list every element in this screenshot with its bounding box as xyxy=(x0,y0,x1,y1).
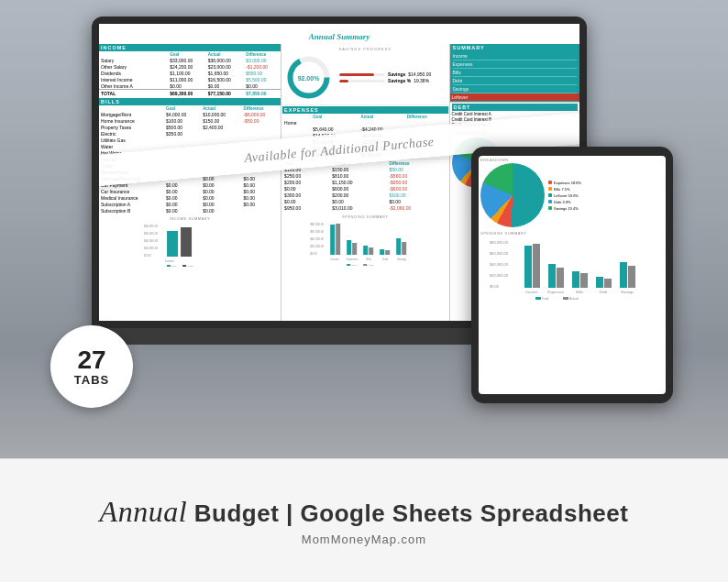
bills-row: Subscription A$0.00$0.00$0.00 xyxy=(99,201,281,207)
income-actual: $16,500.00 xyxy=(206,76,244,82)
income-actual: $36,000.00 xyxy=(206,57,244,63)
svg-text:Goal: Goal xyxy=(542,297,549,301)
income-row: Salary $33,000.00 $36,000.00 $3,000.00 xyxy=(99,57,281,63)
income-table: INCOME Goal Actual Difference xyxy=(99,44,281,96)
svg-rect-57 xyxy=(535,297,541,300)
tablet-dot-savings xyxy=(548,206,552,210)
badge-label: TABS xyxy=(74,373,109,387)
svg-rect-51 xyxy=(628,266,635,288)
svg-text:$80,000.00: $80,000.00 xyxy=(490,240,509,245)
svg-text:$60,000.00: $60,000.00 xyxy=(490,251,509,256)
debt-row: $950.00 $3,010.00 -$2,060.00 xyxy=(282,204,447,211)
svg-text:Bills: Bills xyxy=(367,258,372,261)
income-goal: $0.00 xyxy=(168,82,205,90)
savings-progress-label: SAVINGS PROGRESS xyxy=(283,46,447,52)
income-name: Other Salary xyxy=(99,63,168,70)
tablet-legend-expenses: Expenses 18.8% xyxy=(548,181,581,185)
bills-name: Electric xyxy=(99,130,164,137)
bills-row: Medical Insurance$0.00$0.00$0.00 xyxy=(99,194,281,201)
bills-row: Home Insurance $100.00 $150.00 -$50.00 xyxy=(99,117,281,124)
income-total-row: TOTAL $69,300.00 $77,150.00 $7,850.00 xyxy=(99,90,281,97)
svg-rect-59 xyxy=(563,297,568,300)
summary-income: Income xyxy=(453,52,577,60)
bills-name: Home Insurance xyxy=(99,117,164,124)
tablet-screen: BREAKDOWN Expenses 18.8% Bills 7.5% xyxy=(479,156,666,394)
spending-chart-section: SPENDING SUMMARY $80,000.00 $60,000.00 $… xyxy=(281,214,448,275)
savings-pct-row: Savings % 19.38% xyxy=(339,78,447,83)
income-total-label: TOTAL xyxy=(99,90,168,97)
svg-text:$40,000.00: $40,000.00 xyxy=(144,239,158,243)
tablet-dot-debt xyxy=(548,200,552,203)
savings-bar xyxy=(339,73,385,76)
svg-text:$0.00: $0.00 xyxy=(490,284,500,289)
income-actual: $0.00 xyxy=(206,82,244,90)
svg-text:Actual: Actual xyxy=(187,265,193,268)
svg-text:Actual: Actual xyxy=(368,264,374,267)
svg-rect-49 xyxy=(604,279,612,288)
bottom-title-rest: Budget | Google Sheets Spreadsheet xyxy=(194,500,629,527)
debt-row: $200.00 $1,150.00 -$950.00 xyxy=(282,179,447,185)
spending-bar-chart: $80,000.00 $60,000.00 $40,000.00 $20,000… xyxy=(283,220,447,270)
page-wrapper: Annual Summary INCOME xyxy=(0,0,728,582)
svg-rect-50 xyxy=(620,262,627,288)
bottom-title: Annual Budget | Google Sheets Spreadshee… xyxy=(100,495,629,529)
bills-actual xyxy=(201,130,241,137)
summary-bills: Bills xyxy=(453,69,577,77)
summary-box-wrapper: SUMMARY Income Expenses Bills Debt Savin… xyxy=(450,44,579,103)
income-row: Interest Income $11,000.00 $16,500.00 $5… xyxy=(99,76,281,82)
svg-rect-47 xyxy=(580,273,588,288)
svg-text:$20,000.00: $20,000.00 xyxy=(144,247,158,250)
income-name: Dividends xyxy=(99,70,168,76)
svg-text:Savings: Savings xyxy=(621,290,634,294)
bills-diff xyxy=(241,130,281,137)
svg-rect-19 xyxy=(336,224,340,255)
savings-details: Savings $14,950.00 Savings % xyxy=(339,71,447,84)
income-header: INCOME xyxy=(99,44,281,51)
svg-text:$20,000.00: $20,000.00 xyxy=(310,245,324,248)
savings-progress-content: 92.00% Savi xyxy=(283,52,447,103)
tablet-spending-chart: $80,000.00 $60,000.00 $40,000.00 $20,000… xyxy=(480,236,664,301)
debt-row: $0.00 $0.00 $0.00 xyxy=(282,198,447,204)
bills-goal: $350.00 xyxy=(164,130,201,137)
tablet-legend-debt: Debt 3.9% xyxy=(548,200,581,204)
svg-text:Debt: Debt xyxy=(600,290,608,294)
svg-rect-27 xyxy=(402,242,406,255)
svg-text:92.00%: 92.00% xyxy=(298,75,321,82)
debt-row: $250.00 $810.00 -$560.00 xyxy=(282,172,447,179)
bills-goal: $4,000.00 xyxy=(164,111,201,117)
svg-rect-8 xyxy=(182,265,186,267)
bills-row: Property Taxes $500.00 $2,400.00 xyxy=(99,124,281,130)
summary-items: Income Expenses Bills Debt Savings Lefto… xyxy=(450,51,579,102)
bills-name: Mortgage/Rent xyxy=(99,111,164,117)
svg-text:$60,000.00: $60,000.00 xyxy=(144,232,158,236)
svg-text:$60,000.00: $60,000.00 xyxy=(310,230,324,234)
summary-expenses: Expenses xyxy=(453,60,577,69)
bills-label: BILLS xyxy=(99,98,281,105)
tablet-pie-legend: Expenses 18.8% Bills 7.5% Leftover 50.6% xyxy=(548,181,581,211)
income-diff: $5,500.00 xyxy=(244,76,281,82)
debt-table: Goal Actual Difference $100.00 $150.00 $… xyxy=(282,160,447,211)
svg-rect-23 xyxy=(369,247,373,255)
svg-text:$40,000.00: $40,000.00 xyxy=(310,237,324,241)
bills-row: Mortgage/Rent $4,000.00 $10,000.00 -$6,0… xyxy=(99,111,281,117)
bills-diff: -$50.00 xyxy=(241,117,281,124)
svg-text:Income: Income xyxy=(165,259,174,263)
savings-amount-row: Savings $14,950.00 xyxy=(339,71,447,77)
savings-progress-section: SAVINGS PROGRESS 92.00% xyxy=(281,44,448,105)
svg-rect-25 xyxy=(385,250,390,255)
bills-diff xyxy=(241,124,281,130)
tablet-legend-savings-label: Savings 19.4% xyxy=(554,206,579,211)
tablet-legend-bills-label: Bills 7.5% xyxy=(554,187,570,192)
tablet-spending-title: SPENDING SUMMARY xyxy=(480,231,664,236)
income-goal: $11,000.00 xyxy=(168,76,205,82)
bills-actual: $2,400.00 xyxy=(201,124,241,130)
tablet-breakdown-title: BREAKDOWN xyxy=(480,158,664,162)
tablet-legend-bills: Bills 7.5% xyxy=(548,187,581,192)
svg-text:$80,000.00: $80,000.00 xyxy=(144,225,158,228)
debt-header-col3: DEBT xyxy=(452,104,578,111)
spending-chart-label: SPENDING SUMMARY xyxy=(283,214,447,219)
svg-rect-6 xyxy=(167,265,171,267)
bills-row: Subscription B$0.00$0.00 xyxy=(99,207,281,214)
income-name: Other Income A xyxy=(99,82,168,90)
savings-amount-value: $14,950.00 xyxy=(408,71,431,77)
